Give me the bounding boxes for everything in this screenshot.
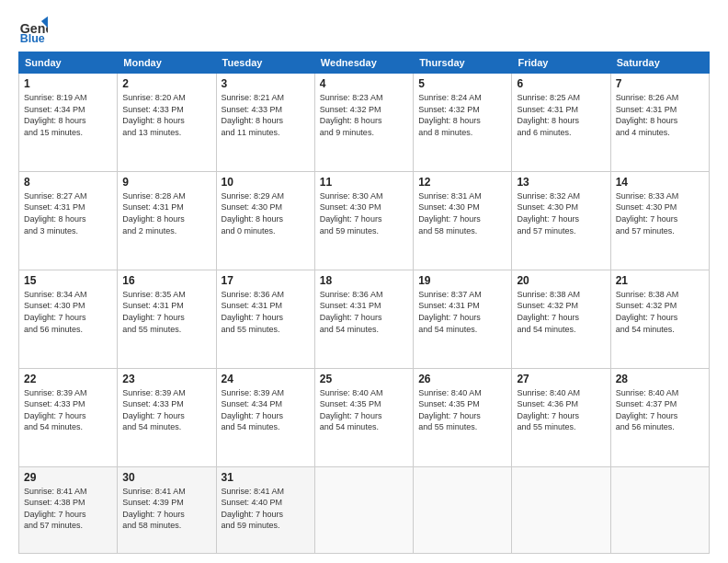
calendar-cell — [314, 466, 413, 554]
day-info: Sunrise: 8:33 AM Sunset: 4:30 PM Dayligh… — [616, 190, 704, 236]
day-info: Sunrise: 8:26 AM Sunset: 4:31 PM Dayligh… — [616, 92, 704, 138]
calendar-cell: 27Sunrise: 8:40 AM Sunset: 4:36 PM Dayli… — [512, 368, 610, 466]
day-number: 27 — [517, 373, 605, 385]
day-info: Sunrise: 8:25 AM Sunset: 4:31 PM Dayligh… — [517, 92, 605, 138]
calendar-cell: 12Sunrise: 8:31 AM Sunset: 4:30 PM Dayli… — [414, 171, 512, 270]
day-info: Sunrise: 8:36 AM Sunset: 4:31 PM Dayligh… — [320, 289, 408, 335]
day-info: Sunrise: 8:28 AM Sunset: 4:31 PM Dayligh… — [122, 190, 210, 236]
day-number: 7 — [616, 77, 704, 90]
calendar-cell: 3Sunrise: 8:21 AM Sunset: 4:33 PM Daylig… — [216, 74, 314, 172]
day-info: Sunrise: 8:41 AM Sunset: 4:38 PM Dayligh… — [24, 486, 112, 532]
calendar-cell: 8Sunrise: 8:27 AM Sunset: 4:31 PM Daylig… — [19, 171, 118, 270]
calendar-table: SundayMondayTuesdayWednesdayThursdayFrid… — [18, 52, 710, 554]
day-number: 22 — [24, 373, 112, 385]
day-number: 4 — [320, 77, 408, 90]
day-number: 30 — [122, 471, 210, 484]
day-number: 26 — [418, 373, 506, 385]
day-info: Sunrise: 8:34 AM Sunset: 4:30 PM Dayligh… — [24, 289, 112, 335]
day-number: 16 — [122, 274, 210, 287]
day-info: Sunrise: 8:29 AM Sunset: 4:30 PM Dayligh… — [222, 190, 310, 236]
calendar-cell: 7Sunrise: 8:26 AM Sunset: 4:31 PM Daylig… — [610, 74, 709, 172]
day-number: 2 — [122, 77, 210, 90]
calendar-cell: 2Sunrise: 8:20 AM Sunset: 4:33 PM Daylig… — [118, 74, 216, 172]
day-info: Sunrise: 8:39 AM Sunset: 4:34 PM Dayligh… — [222, 387, 310, 433]
calendar-cell: 10Sunrise: 8:29 AM Sunset: 4:30 PM Dayli… — [216, 171, 314, 270]
day-number: 28 — [616, 373, 704, 385]
calendar-week-row: 29Sunrise: 8:41 AM Sunset: 4:38 PM Dayli… — [19, 466, 710, 554]
calendar-cell: 26Sunrise: 8:40 AM Sunset: 4:35 PM Dayli… — [414, 368, 512, 466]
day-number: 14 — [616, 176, 704, 189]
day-info: Sunrise: 8:40 AM Sunset: 4:36 PM Dayligh… — [517, 387, 605, 433]
day-number: 9 — [122, 176, 210, 189]
day-info: Sunrise: 8:21 AM Sunset: 4:33 PM Dayligh… — [222, 92, 310, 138]
day-info: Sunrise: 8:41 AM Sunset: 4:39 PM Dayligh… — [122, 486, 210, 532]
day-number: 10 — [222, 176, 310, 189]
calendar-cell: 11Sunrise: 8:30 AM Sunset: 4:30 PM Dayli… — [314, 171, 413, 270]
day-number: 25 — [320, 373, 408, 385]
calendar-week-row: 22Sunrise: 8:39 AM Sunset: 4:33 PM Dayli… — [19, 368, 710, 466]
calendar-cell: 17Sunrise: 8:36 AM Sunset: 4:31 PM Dayli… — [216, 270, 314, 368]
weekday-header: Saturday — [610, 52, 709, 74]
day-number: 23 — [122, 373, 210, 385]
calendar-cell: 31Sunrise: 8:41 AM Sunset: 4:40 PM Dayli… — [216, 466, 314, 554]
weekday-header: Friday — [512, 52, 610, 74]
day-info: Sunrise: 8:20 AM Sunset: 4:33 PM Dayligh… — [122, 92, 210, 138]
day-number: 1 — [24, 77, 112, 90]
calendar-cell: 30Sunrise: 8:41 AM Sunset: 4:39 PM Dayli… — [118, 466, 216, 554]
day-info: Sunrise: 8:38 AM Sunset: 4:32 PM Dayligh… — [616, 289, 704, 335]
calendar-cell — [512, 466, 610, 554]
calendar-body: 1Sunrise: 8:19 AM Sunset: 4:34 PM Daylig… — [19, 74, 710, 554]
page: General Blue SundayMondayTuesdayWednesda… — [0, 0, 728, 563]
day-info: Sunrise: 8:37 AM Sunset: 4:31 PM Dayligh… — [418, 289, 506, 335]
calendar-cell — [414, 466, 512, 554]
day-info: Sunrise: 8:36 AM Sunset: 4:31 PM Dayligh… — [222, 289, 310, 335]
calendar-cell: 14Sunrise: 8:33 AM Sunset: 4:30 PM Dayli… — [610, 171, 709, 270]
calendar-cell: 25Sunrise: 8:40 AM Sunset: 4:35 PM Dayli… — [314, 368, 413, 466]
calendar-cell: 21Sunrise: 8:38 AM Sunset: 4:32 PM Dayli… — [610, 270, 709, 368]
weekday-header: Thursday — [414, 52, 512, 74]
calendar-cell: 20Sunrise: 8:38 AM Sunset: 4:32 PM Dayli… — [512, 270, 610, 368]
calendar-cell: 23Sunrise: 8:39 AM Sunset: 4:33 PM Dayli… — [118, 368, 216, 466]
day-info: Sunrise: 8:40 AM Sunset: 4:37 PM Dayligh… — [616, 387, 704, 433]
day-info: Sunrise: 8:24 AM Sunset: 4:32 PM Dayligh… — [418, 92, 506, 138]
weekday-header: Monday — [118, 52, 216, 74]
day-number: 18 — [320, 274, 408, 287]
day-number: 17 — [222, 274, 310, 287]
calendar-week-row: 15Sunrise: 8:34 AM Sunset: 4:30 PM Dayli… — [19, 270, 710, 368]
calendar-cell: 15Sunrise: 8:34 AM Sunset: 4:30 PM Dayli… — [19, 270, 118, 368]
calendar-cell: 1Sunrise: 8:19 AM Sunset: 4:34 PM Daylig… — [19, 74, 118, 172]
day-number: 13 — [517, 176, 605, 189]
day-info: Sunrise: 8:38 AM Sunset: 4:32 PM Dayligh… — [517, 289, 605, 335]
calendar-cell: 29Sunrise: 8:41 AM Sunset: 4:38 PM Dayli… — [19, 466, 118, 554]
day-number: 29 — [24, 471, 112, 484]
day-info: Sunrise: 8:39 AM Sunset: 4:33 PM Dayligh… — [122, 387, 210, 433]
logo-icon: General Blue — [18, 15, 48, 44]
calendar-cell: 22Sunrise: 8:39 AM Sunset: 4:33 PM Dayli… — [19, 368, 118, 466]
day-number: 11 — [320, 176, 408, 189]
calendar-cell: 5Sunrise: 8:24 AM Sunset: 4:32 PM Daylig… — [414, 74, 512, 172]
day-info: Sunrise: 8:31 AM Sunset: 4:30 PM Dayligh… — [418, 190, 506, 236]
calendar-cell: 19Sunrise: 8:37 AM Sunset: 4:31 PM Dayli… — [414, 270, 512, 368]
day-info: Sunrise: 8:35 AM Sunset: 4:31 PM Dayligh… — [122, 289, 210, 335]
day-number: 24 — [222, 373, 310, 385]
day-number: 8 — [24, 176, 112, 189]
calendar-cell — [610, 466, 709, 554]
day-info: Sunrise: 8:32 AM Sunset: 4:30 PM Dayligh… — [517, 190, 605, 236]
weekday-header: Wednesday — [314, 52, 413, 74]
day-info: Sunrise: 8:19 AM Sunset: 4:34 PM Dayligh… — [24, 92, 112, 138]
day-info: Sunrise: 8:27 AM Sunset: 4:31 PM Dayligh… — [24, 190, 112, 236]
calendar-header-row: SundayMondayTuesdayWednesdayThursdayFrid… — [19, 52, 710, 74]
calendar-cell: 18Sunrise: 8:36 AM Sunset: 4:31 PM Dayli… — [314, 270, 413, 368]
day-number: 19 — [418, 274, 506, 287]
day-number: 20 — [517, 274, 605, 287]
day-number: 31 — [222, 471, 310, 484]
day-number: 15 — [24, 274, 112, 287]
day-number: 21 — [616, 274, 704, 287]
calendar-cell: 6Sunrise: 8:25 AM Sunset: 4:31 PM Daylig… — [512, 74, 610, 172]
day-info: Sunrise: 8:41 AM Sunset: 4:40 PM Dayligh… — [222, 486, 310, 532]
day-info: Sunrise: 8:30 AM Sunset: 4:30 PM Dayligh… — [320, 190, 408, 236]
logo: General Blue — [18, 15, 48, 44]
weekday-header: Sunday — [19, 52, 118, 74]
svg-text:Blue: Blue — [20, 32, 45, 44]
header: General Blue — [18, 15, 710, 44]
